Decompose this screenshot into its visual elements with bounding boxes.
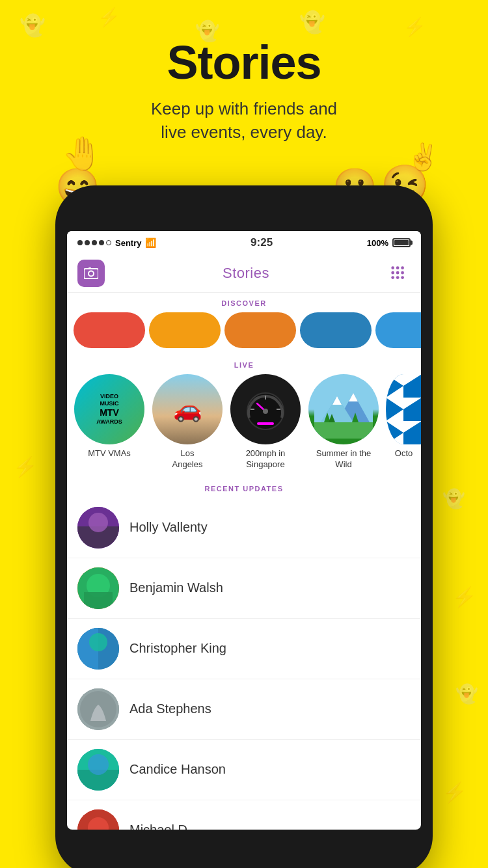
user-row-benjamin[interactable]: Benjamin Walsh — [67, 558, 421, 619]
user-name-candice: Candice Hanson — [129, 762, 226, 777]
svg-point-6 — [391, 271, 394, 275]
signal-dot-4 — [99, 240, 104, 245]
svg-point-3 — [391, 266, 394, 269]
svg-point-9 — [391, 276, 394, 279]
la-label: LosAngeles — [172, 448, 203, 470]
discover-item-1[interactable] — [74, 312, 145, 348]
mtv-text: VIDEO MUSIC MTV AWARDS — [96, 393, 122, 425]
user-name-ada: Ada Stephens — [129, 701, 211, 716]
discover-item-3[interactable] — [224, 312, 296, 348]
header-title: Stories — [223, 265, 269, 282]
avatar-christopher — [77, 628, 119, 670]
svg-point-44 — [89, 633, 107, 651]
svg-point-49 — [88, 754, 109, 775]
singapore-circle — [230, 374, 301, 444]
user-name-holly: Holly Vallenty — [129, 520, 208, 535]
camera-icon — [84, 267, 98, 279]
signal-dot-2 — [85, 240, 90, 245]
svg-point-38 — [88, 513, 108, 532]
carrier-label: Sentry — [115, 238, 141, 248]
avatar-christopher-image — [77, 628, 119, 670]
avatar-holly-image — [77, 507, 119, 549]
svg-point-10 — [396, 276, 400, 279]
signal-dot-5 — [106, 240, 111, 245]
live-item-oct[interactable]: Octo — [386, 374, 421, 470]
svg-point-7 — [396, 271, 400, 275]
user-row-christopher[interactable]: Christopher King — [67, 619, 421, 679]
summer-label: Summer in the Wild — [308, 448, 379, 470]
live-item-mtv[interactable]: VIDEO MUSIC MTV AWARDS MTV VMAs — [74, 374, 145, 470]
mtv-circle: VIDEO MUSIC MTV AWARDS — [74, 374, 144, 444]
oktoberfest-pattern — [386, 374, 421, 444]
discover-item-5[interactable] — [375, 312, 421, 348]
la-circle: 🚗 — [152, 374, 223, 444]
avatar-benjamin — [77, 567, 119, 609]
oct-circle — [386, 374, 421, 444]
live-section: LIVE VIDEO MUSIC MTV AWARDS MTV VMAs — [67, 355, 421, 476]
user-name-michael: Michael D... — [129, 822, 198, 830]
svg-rect-0 — [84, 269, 98, 278]
live-item-summer[interactable]: Summer in the Wild — [308, 374, 379, 470]
discover-row[interactable] — [67, 312, 421, 355]
mountain-svg — [314, 380, 373, 439]
svg-rect-28 — [314, 422, 373, 439]
battery-icon — [392, 238, 411, 247]
oct-label: Octo — [395, 448, 413, 459]
svg-point-5 — [401, 266, 404, 269]
speedometer-icon — [243, 387, 288, 432]
user-row-holly[interactable]: Holly Vallenty — [67, 498, 421, 558]
avatar-ada — [77, 688, 119, 730]
user-row-michael[interactable]: Michael D... — [67, 800, 421, 830]
recent-label: RECENT UPDATES — [67, 478, 421, 498]
user-name-christopher: Christopher King — [129, 641, 226, 656]
avatar-michael — [77, 809, 119, 830]
signal-dot-1 — [77, 240, 83, 245]
phone-frame: Sentry 📶 9:25 100% — [55, 185, 433, 868]
discover-item-4[interactable] — [300, 312, 372, 348]
status-right: 100% — [367, 238, 411, 248]
live-row: VIDEO MUSIC MTV AWARDS MTV VMAs 🚗 LosAng… — [67, 374, 421, 476]
avatar-candice — [77, 749, 119, 791]
svg-rect-2 — [88, 267, 91, 269]
svg-rect-41 — [84, 592, 113, 609]
mtv-label: MTV VMAs — [88, 448, 131, 459]
svg-rect-18 — [257, 422, 274, 425]
svg-point-1 — [88, 271, 94, 277]
app-header: Stories — [67, 254, 421, 293]
discover-item-2[interactable] — [149, 312, 221, 348]
camera-button[interactable] — [77, 260, 105, 287]
svg-point-11 — [401, 276, 404, 279]
live-item-singapore[interactable]: 200mph in Singapore — [230, 374, 301, 470]
discover-grid-button[interactable] — [387, 262, 411, 285]
battery-label: 100% — [367, 238, 388, 248]
status-time: 9:25 — [251, 236, 273, 249]
status-bar: Sentry 📶 9:25 100% — [67, 231, 421, 254]
live-item-la[interactable]: 🚗 LosAngeles — [152, 374, 223, 470]
wifi-icon: 📶 — [145, 237, 156, 248]
avatar-michael-image — [77, 809, 119, 830]
discover-label: DISCOVER — [67, 293, 421, 312]
phone-screen: Sentry 📶 9:25 100% — [67, 231, 421, 830]
singapore-label: 200mph in Singapore — [230, 448, 301, 470]
signal-strength — [77, 240, 111, 245]
grid-icon — [390, 264, 408, 284]
user-name-benjamin: Benjamin Walsh — [129, 580, 223, 595]
avatar-ada-image — [77, 688, 119, 730]
user-row-ada[interactable]: Ada Stephens — [67, 679, 421, 740]
avatar-holly — [77, 507, 119, 549]
status-left: Sentry 📶 — [77, 237, 156, 248]
avatar-candice-image — [77, 749, 119, 791]
avatar-benjamin-image — [77, 567, 119, 609]
battery-fill — [394, 240, 409, 245]
user-row-candice[interactable]: Candice Hanson — [67, 740, 421, 800]
svg-point-8 — [401, 271, 404, 275]
svg-point-17 — [263, 409, 268, 414]
battery-body — [392, 238, 411, 247]
svg-point-4 — [396, 266, 400, 269]
car-icon: 🚗 — [173, 396, 202, 423]
promo-title: Stories — [167, 36, 321, 89]
discover-section: DISCOVER — [67, 293, 421, 355]
recent-updates-section: RECENT UPDATES Holly Vallenty — [67, 476, 421, 830]
signal-dot-3 — [92, 240, 97, 245]
live-label: LIVE — [67, 355, 421, 374]
